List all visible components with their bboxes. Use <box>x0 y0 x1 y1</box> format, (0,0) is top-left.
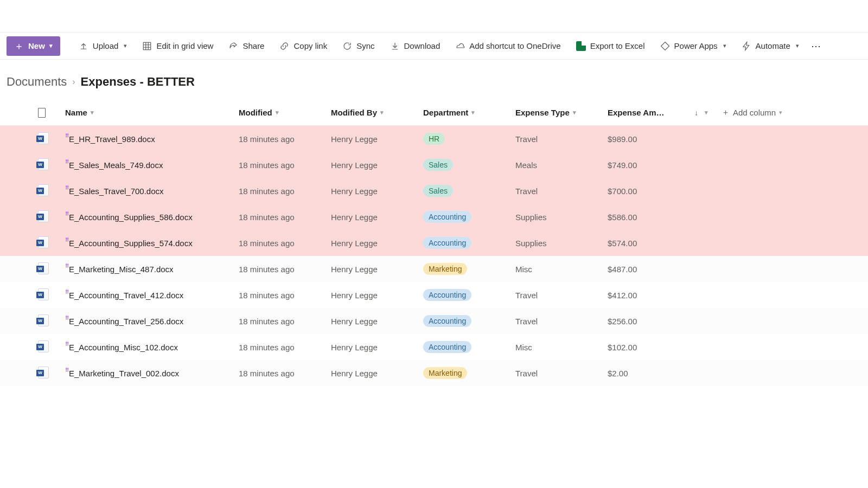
sync-button[interactable]: Sync <box>336 35 381 57</box>
word-doc-icon <box>38 314 49 326</box>
file-name[interactable]: ⠿E_Accounting_Supplies_586.docx <box>65 212 239 222</box>
department-pill: HR <box>423 133 445 145</box>
more-commands-button[interactable]: ⋯ <box>808 35 825 57</box>
upload-icon <box>79 41 88 51</box>
word-doc-icon <box>38 288 49 300</box>
table-row[interactable]: ⠿E_Accounting_Travel_412.docx18 minutes … <box>0 282 868 308</box>
cell-expense-amount: $989.00 <box>608 134 694 144</box>
upload-label: Upload <box>93 41 119 50</box>
table-row[interactable]: ⠿E_Accounting_Misc_102.docx18 minutes ag… <box>0 334 868 360</box>
cell-department: Accounting <box>423 289 515 301</box>
new-button[interactable]: ＋ New ▾ <box>7 36 60 56</box>
automate-icon <box>742 41 751 51</box>
document-list: Name▾ Modified▾ Modified By▾ Department▾… <box>0 100 868 386</box>
file-name[interactable]: ⠿E_Accounting_Misc_102.docx <box>65 342 239 352</box>
more-icon: ⋯ <box>811 40 822 52</box>
cell-modified: 18 minutes ago <box>239 213 331 222</box>
col-department[interactable]: Department▾ <box>423 108 515 117</box>
power-apps-label: Power Apps <box>674 41 718 50</box>
file-name[interactable]: ⠿E_Sales_Travel_700.docx <box>65 186 239 196</box>
cell-modified-by: Henry Legge <box>331 369 423 378</box>
col-expense-amount[interactable]: Expense Am… <box>608 108 694 117</box>
export-excel-label: Export to Excel <box>590 41 645 50</box>
breadcrumb-root[interactable]: Documents <box>7 75 67 89</box>
cell-department: Sales <box>423 185 515 197</box>
cell-expense-amount: $412.00 <box>608 291 694 300</box>
shortcut-icon <box>455 41 465 51</box>
cell-expense-amount: $586.00 <box>608 213 694 222</box>
chevron-down-icon: ▾ <box>91 109 94 116</box>
cell-department: Marketing <box>423 263 515 275</box>
suite-header <box>0 0 868 33</box>
chevron-down-icon: ▾ <box>124 42 127 49</box>
cell-department: Marketing <box>423 367 515 379</box>
download-button[interactable]: Download <box>384 35 447 57</box>
chevron-down-icon: ▾ <box>471 109 475 116</box>
upload-button[interactable]: Upload ▾ <box>72 35 134 57</box>
department-pill: Marketing <box>423 263 467 275</box>
table-row[interactable]: ⠿E_Accounting_Travel_256.docx18 minutes … <box>0 308 868 334</box>
cell-modified: 18 minutes ago <box>239 317 331 326</box>
cell-expense-type: Travel <box>515 317 608 326</box>
cell-department: Accounting <box>423 341 515 353</box>
cell-modified: 18 minutes ago <box>239 369 331 378</box>
cell-expense-amount: $2.00 <box>608 369 694 378</box>
chevron-down-icon: ▾ <box>49 42 53 49</box>
table-row[interactable]: ⠿E_Marketing_Travel_002.docx18 minutes a… <box>0 360 868 386</box>
department-pill: Accounting <box>423 341 471 353</box>
cell-expense-amount: $102.00 <box>608 343 694 352</box>
word-doc-icon <box>38 132 49 144</box>
cell-expense-type: Travel <box>515 134 608 144</box>
edit-grid-button[interactable]: Edit in grid view <box>136 35 220 57</box>
col-modified[interactable]: Modified▾ <box>239 108 331 117</box>
cell-department: HR <box>423 133 515 145</box>
table-row[interactable]: ⠿E_Accounting_Supplies_586.docx18 minute… <box>0 204 868 230</box>
automate-button[interactable]: Automate ▾ <box>735 35 806 57</box>
word-doc-icon <box>38 262 49 274</box>
file-name[interactable]: ⠿E_Marketing_Travel_002.docx <box>65 368 239 378</box>
table-row[interactable]: ⠿E_Accounting_Supplies_574.docx18 minute… <box>0 230 868 256</box>
table-row[interactable]: ⠿E_HR_Travel_989.docx18 minutes agoHenry… <box>0 126 868 152</box>
cell-modified-by: Henry Legge <box>331 291 423 300</box>
file-name[interactable]: ⠿E_Accounting_Supplies_574.docx <box>65 238 239 248</box>
file-name[interactable]: ⠿E_Accounting_Travel_412.docx <box>65 290 239 300</box>
col-name[interactable]: Name▾ <box>65 108 239 117</box>
file-name[interactable]: ⠿E_Sales_Meals_749.docx <box>65 160 239 170</box>
col-modified-by[interactable]: Modified By▾ <box>331 108 423 117</box>
cell-expense-amount: $574.00 <box>608 239 694 248</box>
file-name[interactable]: ⠿E_Accounting_Travel_256.docx <box>65 316 239 326</box>
file-type-icon <box>38 108 46 118</box>
file-name[interactable]: ⠿E_HR_Travel_989.docx <box>65 134 239 144</box>
power-apps-button[interactable]: Power Apps ▾ <box>654 35 733 57</box>
table-row[interactable]: ⠿E_Sales_Travel_700.docx18 minutes agoHe… <box>0 178 868 204</box>
cell-department: Accounting <box>423 211 515 223</box>
chevron-down-icon: ▾ <box>573 109 576 116</box>
word-doc-icon <box>38 158 49 170</box>
file-name[interactable]: ⠿E_Marketing_Misc_487.docx <box>65 264 239 274</box>
cell-expense-type: Supplies <box>515 213 608 222</box>
cell-expense-type: Misc <box>515 343 608 352</box>
col-sort-indicator[interactable]: ↓▾ <box>694 108 722 117</box>
share-button[interactable]: Share <box>222 35 271 57</box>
cell-expense-amount: $700.00 <box>608 187 694 196</box>
share-label: Share <box>242 41 264 50</box>
cell-modified: 18 minutes ago <box>239 291 331 300</box>
column-header-row: Name▾ Modified▾ Modified By▾ Department▾… <box>0 100 868 126</box>
table-row[interactable]: ⠿E_Sales_Meals_749.docx18 minutes agoHen… <box>0 152 868 178</box>
cell-modified-by: Henry Legge <box>331 239 423 248</box>
cell-expense-type: Travel <box>515 291 608 300</box>
cell-modified: 18 minutes ago <box>239 187 331 196</box>
col-expense-type[interactable]: Expense Type▾ <box>515 108 608 117</box>
cell-modified-by: Henry Legge <box>331 160 423 170</box>
add-shortcut-button[interactable]: Add shortcut to OneDrive <box>449 35 567 57</box>
word-doc-icon <box>38 367 49 378</box>
sync-label: Sync <box>356 41 374 50</box>
add-column-button[interactable]: ＋Add column▾ <box>722 107 819 118</box>
cell-expense-type: Supplies <box>515 239 608 248</box>
copy-link-button[interactable]: Copy link <box>273 35 334 57</box>
export-excel-button[interactable]: Export to Excel <box>570 35 652 57</box>
department-pill: Accounting <box>423 211 471 223</box>
plus-icon: ＋ <box>722 107 730 118</box>
chevron-down-icon: ▾ <box>796 42 799 49</box>
table-row[interactable]: ⠿E_Marketing_Misc_487.docx18 minutes ago… <box>0 256 868 282</box>
